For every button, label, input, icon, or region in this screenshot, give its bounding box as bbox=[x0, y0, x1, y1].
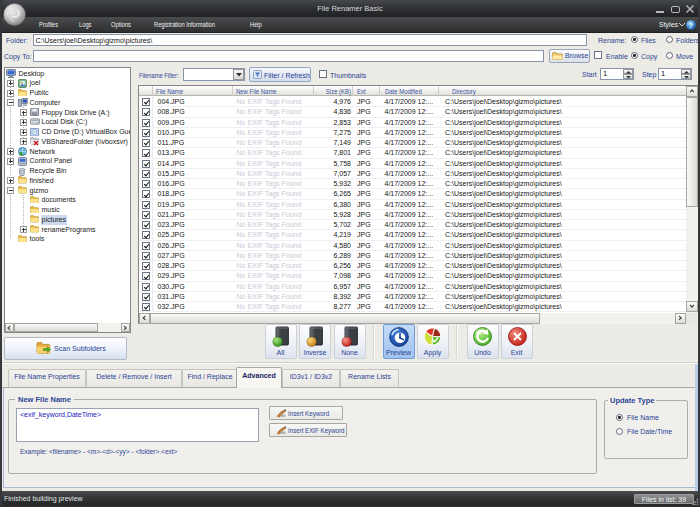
svg-text:?: ? bbox=[689, 22, 693, 29]
